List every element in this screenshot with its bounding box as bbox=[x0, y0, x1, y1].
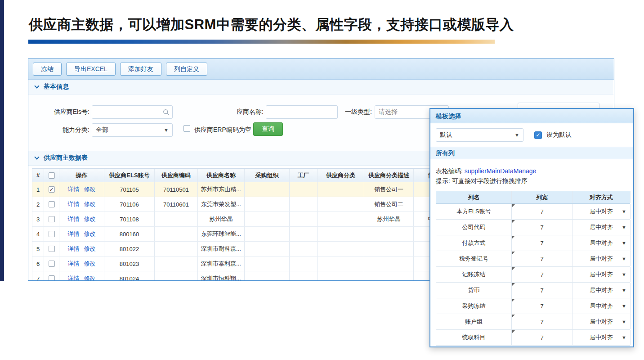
column-header-supplier-category[interactable]: 供应商分类 bbox=[318, 169, 364, 182]
columns-config-grid: 列名列宽对齐方式本方ELS账号7居中对齐▼公司代码7居中对齐▼付款方式7居中对齐… bbox=[436, 191, 630, 346]
freeze-button[interactable]: 冻结 bbox=[33, 63, 62, 76]
align-mode-select[interactable]: 居中对齐▼ bbox=[572, 220, 631, 235]
edit-link[interactable]: 修改 bbox=[84, 185, 96, 194]
row-checkbox[interactable] bbox=[44, 227, 59, 241]
row-checkbox[interactable] bbox=[44, 271, 59, 281]
column-width-cell[interactable]: 7 bbox=[512, 298, 572, 314]
template-column-row[interactable]: 采购冻结7居中对齐▼ bbox=[436, 298, 630, 314]
table-row[interactable]: 5详情修改801022深圳市耐科森... bbox=[32, 242, 454, 256]
column-name-cell[interactable]: 本方ELS账号 bbox=[436, 204, 512, 219]
supplier-els-input[interactable] bbox=[92, 105, 173, 119]
column-header-purchase-org[interactable]: 采购组织 bbox=[245, 169, 290, 182]
table-row[interactable]: 4详情修改800160东莞环球智能... bbox=[32, 227, 454, 242]
row-checkbox-checked[interactable]: ✓ bbox=[49, 186, 55, 193]
els-account: 801024 bbox=[104, 271, 155, 281]
table-row[interactable]: 3详情修改701108苏州华晶苏州华晶中文 bbox=[32, 212, 454, 227]
edit-link[interactable]: 修改 bbox=[84, 200, 96, 208]
detail-link[interactable]: 详情 bbox=[68, 274, 80, 281]
column-width-cell[interactable]: 7 bbox=[512, 330, 572, 345]
column-width-cell[interactable]: 7 bbox=[512, 220, 572, 235]
column-name-cell[interactable]: 税务登记号 bbox=[436, 251, 512, 266]
edit-link[interactable]: 修改 bbox=[84, 230, 96, 238]
table-row[interactable]: 7详情修改801024深圳市恒科翔... bbox=[32, 271, 454, 281]
column-name-cell[interactable]: 货币 bbox=[436, 283, 512, 298]
column-header-supplier-code[interactable]: 供应商编码 bbox=[155, 169, 198, 182]
template-column-row[interactable]: 税务登记号7居中对齐▼ bbox=[436, 251, 630, 267]
column-name-cell[interactable]: 账户组 bbox=[436, 314, 512, 329]
template-column-row[interactable]: 货币7居中对齐▼ bbox=[436, 283, 630, 298]
column-header-supplier-name[interactable]: 供应商名称 bbox=[198, 169, 245, 182]
column-header-row-number[interactable]: # bbox=[32, 169, 44, 182]
edit-link[interactable]: 修改 bbox=[84, 215, 96, 223]
column-header-factory[interactable]: 工厂 bbox=[290, 169, 318, 182]
row-checkbox[interactable] bbox=[44, 256, 59, 271]
table-code-link[interactable]: supplierMainDataManage bbox=[465, 167, 537, 175]
select-all-checkbox[interactable] bbox=[49, 172, 55, 179]
row-checkbox[interactable] bbox=[44, 197, 59, 212]
search-icon[interactable] bbox=[163, 109, 170, 116]
detail-link[interactable]: 详情 bbox=[68, 185, 80, 194]
column-name-cell[interactable]: 付款方式 bbox=[436, 235, 512, 251]
column-width-cell[interactable]: 7 bbox=[512, 314, 572, 329]
template-column-row[interactable]: 统驭科目7居中对齐▼ bbox=[436, 330, 630, 346]
column-name-cell[interactable]: 记账冻结 bbox=[436, 267, 512, 282]
add-friend-button[interactable]: 添加好友 bbox=[120, 63, 161, 76]
erp-empty-checkbox[interactable] bbox=[183, 125, 190, 132]
column-name-cell[interactable]: 公司代码 bbox=[436, 220, 512, 235]
detail-link[interactable]: 详情 bbox=[68, 260, 80, 268]
align-mode-select[interactable]: 居中对齐▼ bbox=[572, 235, 631, 251]
template-select[interactable]: 默认 ▼ bbox=[436, 128, 523, 142]
template-column-row[interactable]: 公司代码7居中对齐▼ bbox=[436, 220, 630, 235]
row-checkbox[interactable] bbox=[44, 212, 59, 226]
row-checkbox[interactable]: ✓ bbox=[44, 182, 59, 197]
row-checkbox-unchecked[interactable] bbox=[49, 275, 55, 281]
detail-link[interactable]: 详情 bbox=[68, 200, 80, 208]
table-row[interactable]: 1✓详情修改70110570110501苏州市东山精...销售公司一 bbox=[32, 182, 454, 197]
detail-link[interactable]: 详情 bbox=[68, 230, 80, 238]
align-mode-select[interactable]: 居中对齐▼ bbox=[572, 298, 631, 314]
column-header-els-account[interactable]: 供应商ELS账号 bbox=[104, 169, 155, 182]
basic-info-section-header[interactable]: 基本信息 bbox=[28, 80, 614, 94]
table-row[interactable]: 6详情修改801023深圳市泰利森... bbox=[32, 256, 454, 271]
column-header-row-actions[interactable]: 操作 bbox=[59, 169, 104, 182]
template-column-row[interactable]: 账户组7居中对齐▼ bbox=[436, 314, 630, 330]
set-default-label: 设为默认 bbox=[546, 131, 572, 139]
search-button[interactable]: 查询 bbox=[253, 122, 283, 136]
template-column-row[interactable]: 记账冻结7居中对齐▼ bbox=[436, 267, 630, 283]
set-default-checkbox[interactable]: ✓ bbox=[534, 131, 542, 139]
detail-link[interactable]: 详情 bbox=[68, 245, 80, 253]
template-controls: 默认 ▼ ✓ 设为默认 bbox=[430, 123, 633, 147]
edit-link[interactable]: 修改 bbox=[84, 245, 96, 253]
column-width-cell[interactable]: 7 bbox=[512, 283, 572, 298]
align-mode-select[interactable]: 居中对齐▼ bbox=[572, 251, 631, 266]
align-mode-select[interactable]: 居中对齐▼ bbox=[572, 314, 631, 329]
export-excel-button[interactable]: 导出EXCEL bbox=[66, 63, 116, 76]
column-name-cell[interactable]: 统驭科目 bbox=[436, 330, 512, 345]
column-customize-button[interactable]: 列自定义 bbox=[166, 63, 207, 76]
row-checkbox-unchecked[interactable] bbox=[49, 261, 55, 267]
capability-select[interactable]: 全部 ▼ bbox=[92, 123, 173, 137]
row-checkbox-unchecked[interactable] bbox=[49, 231, 55, 237]
column-header-row-checkbox[interactable] bbox=[44, 169, 59, 182]
align-mode-select[interactable]: 居中对齐▼ bbox=[572, 267, 631, 282]
column-width-cell[interactable]: 7 bbox=[512, 267, 572, 282]
align-mode-select[interactable]: 居中对齐▼ bbox=[572, 283, 631, 298]
edit-link[interactable]: 修改 bbox=[84, 274, 96, 281]
row-checkbox[interactable] bbox=[44, 242, 59, 256]
table-row[interactable]: 2详情修改70110670110601东莞市荣发塑...销售公司二 bbox=[32, 197, 454, 212]
column-width-cell[interactable]: 7 bbox=[512, 235, 572, 251]
column-name-cell[interactable]: 采购冻结 bbox=[436, 298, 512, 314]
edit-link[interactable]: 修改 bbox=[84, 260, 96, 268]
align-mode-select[interactable]: 居中对齐▼ bbox=[572, 330, 631, 345]
row-checkbox-unchecked[interactable] bbox=[49, 201, 55, 207]
column-width-cell[interactable]: 7 bbox=[512, 204, 572, 219]
row-checkbox-unchecked[interactable] bbox=[49, 246, 55, 252]
align-mode-value: 居中对齐 bbox=[590, 302, 613, 310]
align-mode-select[interactable]: 居中对齐▼ bbox=[572, 204, 631, 219]
column-width-cell[interactable]: 7 bbox=[512, 251, 572, 266]
template-column-row[interactable]: 本方ELS账号7居中对齐▼ bbox=[436, 204, 630, 220]
detail-link[interactable]: 详情 bbox=[68, 215, 80, 223]
row-checkbox-unchecked[interactable] bbox=[49, 216, 55, 222]
template-column-row[interactable]: 付款方式7居中对齐▼ bbox=[436, 235, 630, 251]
column-header-category-desc[interactable]: 供应商分类描述 bbox=[364, 169, 414, 182]
